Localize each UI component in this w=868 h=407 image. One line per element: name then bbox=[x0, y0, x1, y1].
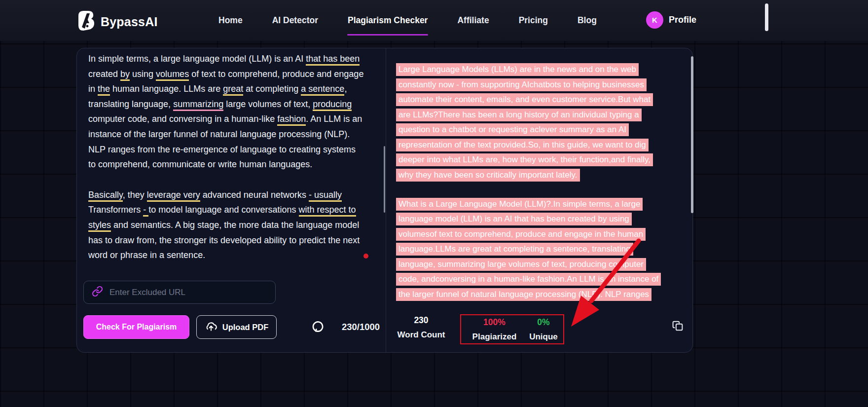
red-dot-annotation bbox=[363, 254, 368, 259]
result-text-panel: Large Language Models (LLMs) are in the … bbox=[396, 63, 687, 303]
word-limit-counter: 230/1000 bbox=[337, 315, 384, 339]
source-paragraph: Basically, they leverage very advanced n… bbox=[88, 187, 364, 263]
link-icon bbox=[92, 286, 103, 299]
plagiarized-value: 100% bbox=[466, 317, 523, 328]
highlighted-line: automate their content, emails, and even… bbox=[396, 93, 687, 106]
source-text-editor[interactable]: In simple terms, a large language model … bbox=[88, 51, 364, 277]
result-paragraph: Large Language Models (LLMs) are in the … bbox=[396, 63, 687, 182]
nav-item-plagiarism-checker[interactable]: Plagiarism Checker bbox=[348, 12, 428, 29]
highlighted-line: representation of the text provided.So, … bbox=[396, 139, 687, 151]
top-navbar: BypassAI Home AI Detector Plagiarism Che… bbox=[0, 0, 868, 41]
panel-divider bbox=[386, 48, 386, 352]
nav-item-ai-detector[interactable]: AI Detector bbox=[272, 12, 318, 29]
nav-item-affiliate[interactable]: Affiliate bbox=[457, 12, 489, 29]
upload-pdf-label: Upload PDF bbox=[222, 323, 269, 332]
bypassai-logo-icon bbox=[76, 10, 96, 34]
plagiarized-label: Plagiarized bbox=[466, 332, 523, 342]
highlighted-line: What is a Large Language Model (LLM)?.In… bbox=[396, 198, 687, 211]
highlighted-line: code, andconversing in a human-like fash… bbox=[396, 273, 687, 286]
profile-label: Profile bbox=[669, 15, 696, 25]
unique-value: 0% bbox=[525, 317, 562, 328]
highlighted-line: language, summarizing large volumes of t… bbox=[396, 258, 687, 271]
profile-menu[interactable]: K Profile bbox=[646, 11, 696, 29]
nav-item-home[interactable]: Home bbox=[218, 12, 243, 29]
excluded-url-input[interactable] bbox=[109, 288, 267, 297]
word-count-value: 230 bbox=[397, 315, 446, 326]
source-panel-scrollbar[interactable] bbox=[384, 146, 385, 213]
result-paragraph: What is a Large Language Model (LLM)?.In… bbox=[396, 198, 687, 301]
plagiarized-stat: 100% Plagiarized bbox=[466, 317, 523, 342]
highlighted-line: question to a chatbot or requesting acle… bbox=[396, 123, 687, 136]
highlighted-line: deeper into what LLMs are, how they work… bbox=[396, 153, 687, 166]
highlighted-line: why they have been so critically importa… bbox=[396, 169, 687, 182]
red-annotation-box: 100% Plagiarized 0% Unique bbox=[460, 314, 564, 344]
copy-icon[interactable] bbox=[672, 320, 684, 332]
word-count-label: Word Count bbox=[397, 330, 446, 340]
cloud-upload-icon bbox=[205, 320, 217, 334]
highlighted-line: constantly now - from supporting AIchatb… bbox=[396, 78, 687, 91]
word-count-stat: 230 Word Count bbox=[397, 315, 446, 340]
page-scrollbar[interactable] bbox=[765, 3, 768, 31]
nav-item-pricing[interactable]: Pricing bbox=[519, 12, 548, 29]
nav-item-blog[interactable]: Blog bbox=[578, 12, 597, 29]
refresh-icon[interactable] bbox=[311, 320, 325, 333]
brand-name: BypassAI bbox=[101, 15, 158, 29]
result-panel-scrollbar[interactable] bbox=[691, 56, 693, 213]
highlighted-line: are LLMs?There has been a long history o… bbox=[396, 109, 687, 121]
nav-links: Home AI Detector Plagiarism Checker Affi… bbox=[218, 0, 597, 41]
excluded-url-field[interactable] bbox=[83, 281, 276, 304]
check-for-plagiarism-button[interactable]: Check For Plagiarism bbox=[83, 315, 189, 339]
plagiarism-checker-card: In simple terms, a large language model … bbox=[76, 48, 693, 353]
upload-pdf-button[interactable]: Upload PDF bbox=[196, 315, 277, 339]
unique-label: Unique bbox=[525, 332, 562, 342]
avatar[interactable]: K bbox=[646, 11, 663, 29]
highlighted-line: Large Language Models (LLMs) are in the … bbox=[396, 63, 687, 76]
source-paragraph: In simple terms, a large language model … bbox=[88, 51, 364, 172]
brand-logo[interactable]: BypassAI bbox=[76, 10, 158, 34]
highlighted-line: volumesof text to comprehend, produce an… bbox=[396, 228, 687, 241]
highlighted-line: the larger funnel of natural language pr… bbox=[396, 288, 687, 301]
highlighted-line: language.LLMs are great at completing a … bbox=[396, 243, 687, 256]
unique-stat: 0% Unique bbox=[525, 317, 562, 342]
highlighted-line: language model (LLM) is an AI that has b… bbox=[396, 213, 687, 225]
